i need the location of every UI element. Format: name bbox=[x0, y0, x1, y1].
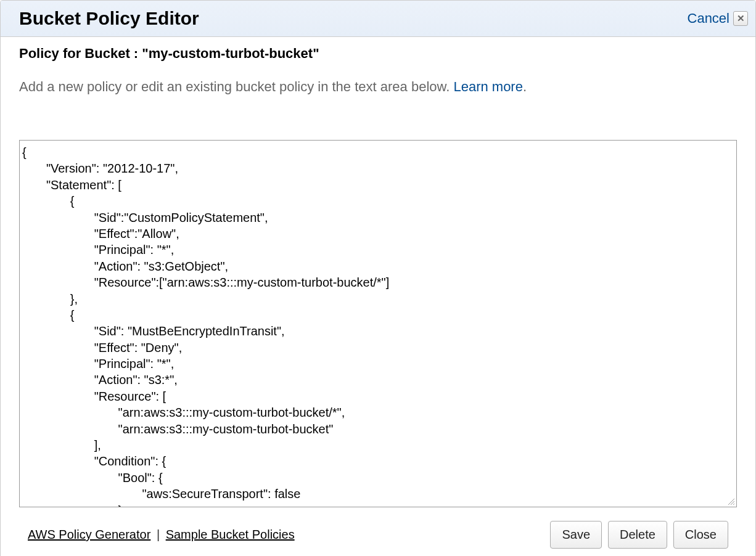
bucket-policy-dialog: Bucket Policy Editor Cancel ✕ Policy for… bbox=[0, 0, 756, 556]
description-text: Add a new policy or edit an existing buc… bbox=[19, 79, 453, 94]
description-row: Add a new policy or edit an existing buc… bbox=[19, 76, 737, 97]
dialog-title: Bucket Policy Editor bbox=[19, 8, 199, 29]
footer-links: AWS Policy Generator | Sample Bucket Pol… bbox=[28, 528, 295, 542]
description-tail: . bbox=[523, 79, 527, 94]
policy-editor-container bbox=[19, 140, 737, 507]
learn-more-link[interactable]: Learn more bbox=[453, 79, 523, 94]
delete-button[interactable]: Delete bbox=[608, 521, 667, 549]
dialog-content: Policy for Bucket : "my-custom-turbot-bu… bbox=[1, 37, 755, 556]
save-button[interactable]: Save bbox=[550, 521, 602, 549]
dialog-footer: AWS Policy Generator | Sample Bucket Pol… bbox=[19, 507, 737, 556]
sample-policies-link[interactable]: Sample Bucket Policies bbox=[166, 528, 295, 541]
policy-generator-link[interactable]: AWS Policy Generator bbox=[28, 528, 150, 541]
button-group: Save Delete Close bbox=[550, 521, 728, 549]
dialog-header: Bucket Policy Editor Cancel ✕ bbox=[1, 1, 755, 37]
policy-textarea[interactable] bbox=[20, 141, 736, 507]
cancel-link[interactable]: Cancel bbox=[688, 10, 729, 27]
footer-separator: | bbox=[157, 528, 160, 541]
close-icon[interactable]: ✕ bbox=[733, 11, 748, 26]
header-actions: Cancel ✕ bbox=[688, 10, 748, 27]
policy-subtitle: Policy for Bucket : "my-custom-turbot-bu… bbox=[19, 46, 737, 62]
close-button[interactable]: Close bbox=[673, 521, 728, 549]
